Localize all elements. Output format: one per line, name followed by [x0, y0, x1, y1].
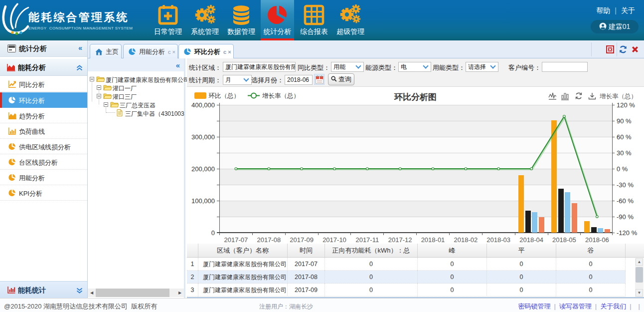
svg-text:400,000: 400,000 [191, 101, 215, 109]
svg-text:100,000: 100,000 [191, 197, 215, 205]
svg-text:-30 %: -30 % [617, 181, 634, 189]
svg-text:300,000: 300,000 [191, 133, 215, 141]
svg-text:2017-07: 2017-07 [224, 236, 248, 244]
svg-text:2017-12: 2017-12 [388, 236, 412, 244]
svg-text:2018-02: 2018-02 [454, 236, 478, 244]
svg-text:2018-04: 2018-04 [519, 236, 543, 244]
svg-text:2017-10: 2017-10 [322, 236, 346, 244]
svg-text:30 %: 30 % [617, 149, 632, 157]
svg-text:2017-11: 2017-11 [355, 236, 379, 244]
svg-text:90 %: 90 % [617, 117, 632, 125]
svg-text:2018-03: 2018-03 [486, 236, 510, 244]
svg-text:120 %: 120 % [617, 101, 635, 109]
svg-text:2017-09: 2017-09 [290, 236, 314, 244]
svg-text:200,000: 200,000 [191, 165, 215, 173]
svg-text:0 %: 0 % [617, 165, 628, 173]
svg-text:2018-06: 2018-06 [585, 236, 609, 244]
svg-text:-60 %: -60 % [617, 197, 634, 205]
svg-text:0: 0 [211, 229, 215, 237]
svg-text:2018-01: 2018-01 [421, 236, 445, 244]
svg-text:60 %: 60 % [617, 133, 632, 141]
svg-text:-120 %: -120 % [617, 229, 638, 237]
svg-text:2017-08: 2017-08 [257, 236, 281, 244]
svg-text:-90 %: -90 % [617, 213, 634, 221]
svg-text:2018-05: 2018-05 [552, 236, 576, 244]
